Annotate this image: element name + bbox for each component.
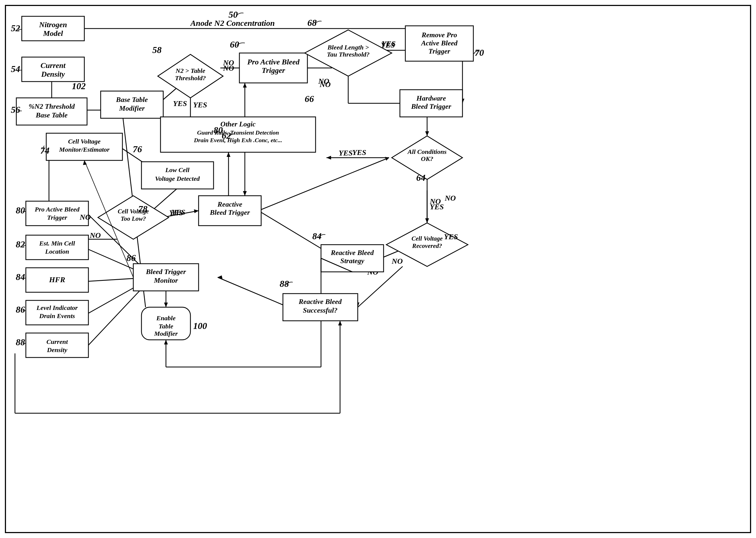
svg-text:Bleed Length >: Bleed Length > [327, 44, 369, 51]
svg-text:Monitor/Estimator: Monitor/Estimator [59, 146, 110, 153]
svg-text:Base Table: Base Table [116, 96, 148, 104]
svg-text:Reactive: Reactive [217, 200, 242, 208]
svg-text:Drain Event, High Exh .Conc, e: Drain Event, High Exh .Conc, etc... [194, 137, 282, 143]
svg-text:YES: YES [352, 148, 366, 157]
svg-text:68: 68 [308, 18, 317, 28]
svg-text:YES: YES [169, 208, 183, 217]
svg-text:80: 80 [213, 125, 223, 135]
svg-text:56: 56 [11, 105, 20, 115]
svg-text:NO: NO [444, 194, 456, 202]
svg-text:54: 54 [11, 64, 20, 74]
svg-text:%N2 Threshold: %N2 Threshold [29, 102, 75, 110]
svg-text:80: 80 [16, 205, 25, 215]
svg-text:Monitor: Monitor [154, 277, 178, 284]
svg-text:Reactive Bleed: Reactive Bleed [330, 249, 374, 257]
svg-text:Recovered?: Recovered? [412, 242, 442, 249]
svg-text:Hardware: Hardware [416, 94, 446, 102]
svg-rect-153 [26, 333, 88, 357]
svg-text:NO: NO [89, 231, 101, 240]
svg-text:Active Bleed: Active Bleed [421, 39, 458, 47]
svg-text:Other Logic: Other Logic [220, 120, 256, 128]
svg-text:Current: Current [40, 61, 66, 70]
svg-text:Tau Threshold?: Tau Threshold? [327, 51, 370, 58]
svg-text:Table: Table [159, 323, 173, 330]
svg-text:76: 76 [133, 144, 142, 154]
svg-text:Modifier: Modifier [119, 104, 145, 112]
svg-text:Voltage Detected: Voltage Detected [155, 175, 200, 182]
svg-text:100: 100 [193, 321, 207, 331]
svg-text:Bleed Trigger: Bleed Trigger [209, 208, 250, 216]
svg-text:64: 64 [416, 173, 426, 183]
svg-text:YES: YES [444, 233, 458, 241]
svg-text:86: 86 [16, 304, 25, 314]
svg-text:Bleed Trigger: Bleed Trigger [411, 102, 451, 110]
svg-text:Trigger: Trigger [262, 66, 285, 75]
svg-text:Pro Active Bleed: Pro Active Bleed [247, 58, 300, 66]
svg-text:All Conditions: All Conditions [407, 148, 446, 155]
svg-text:58: 58 [152, 45, 162, 55]
svg-text:82: 82 [16, 239, 25, 249]
svg-text:Trigger: Trigger [47, 214, 67, 221]
svg-text:Guard Rails, Transient Detecti: Guard Rails, Transient Detection [197, 129, 279, 136]
svg-text:Remove Pro: Remove Pro [421, 31, 457, 39]
svg-text:N2 > Table: N2 > Table [175, 67, 205, 74]
svg-text:Successful?: Successful? [303, 306, 337, 314]
svg-text:Cell Voltage: Cell Voltage [412, 235, 442, 242]
svg-text:70: 70 [475, 48, 484, 58]
svg-text:Modifier: Modifier [154, 330, 178, 337]
svg-text:Nitrogen: Nitrogen [39, 21, 67, 29]
svg-text:NO: NO [391, 257, 403, 265]
svg-text:YES: YES [193, 101, 207, 109]
svg-text:102: 102 [72, 81, 86, 91]
svg-text:Low Cell: Low Cell [165, 166, 190, 174]
svg-text:Density: Density [47, 346, 68, 353]
svg-text:NO: NO [80, 213, 90, 221]
svg-text:YES: YES [382, 39, 395, 48]
svg-text:OK?: OK? [421, 155, 433, 162]
flowchart-svg: Anode N2 Concentration NO YES YES NO [0, 0, 756, 538]
svg-text:HFR: HFR [49, 275, 65, 284]
svg-text:Trigger: Trigger [429, 47, 450, 55]
svg-text:Location: Location [45, 248, 69, 255]
svg-text:52: 52 [11, 23, 20, 33]
svg-text:Base Table: Base Table [36, 111, 68, 119]
svg-text:YES: YES [173, 99, 187, 108]
svg-text:YES: YES [430, 202, 444, 211]
svg-text:Threshold?: Threshold? [175, 75, 206, 81]
svg-text:Reactive Bleed: Reactive Bleed [298, 298, 342, 305]
svg-text:84: 84 [16, 272, 25, 282]
svg-text:Model: Model [43, 29, 63, 37]
svg-text:Est. Min Cell: Est. Min Cell [39, 240, 75, 247]
svg-text:Cell Voltage: Cell Voltage [68, 138, 101, 145]
svg-text:NO: NO [318, 77, 329, 85]
svg-text:66: 66 [305, 94, 314, 104]
svg-text:62: 62 [222, 131, 231, 140]
svg-text:Level Indicator: Level Indicator [36, 304, 78, 311]
svg-text:Strategy: Strategy [340, 257, 365, 265]
svg-text:Bleed Trigger: Bleed Trigger [145, 268, 186, 276]
svg-text:Too Low?: Too Low? [121, 215, 146, 222]
svg-text:Enable: Enable [156, 314, 176, 322]
svg-text:Anode N2 Concentration: Anode N2 Concentration [190, 19, 275, 27]
svg-rect-145 [26, 235, 88, 260]
svg-text:74: 74 [40, 145, 49, 155]
svg-rect-142 [26, 201, 88, 226]
svg-text:Current: Current [46, 338, 68, 345]
svg-text:86: 86 [127, 253, 136, 263]
svg-text:50: 50 [228, 10, 238, 20]
svg-text:Drain Events: Drain Events [39, 312, 75, 319]
svg-text:Density: Density [41, 70, 65, 78]
diagram-container: Anode N2 Concentration NO YES YES NO [0, 0, 756, 538]
svg-text:YES: YES [339, 149, 353, 157]
svg-text:NO: NO [223, 64, 234, 72]
svg-text:78: 78 [138, 204, 147, 214]
svg-text:Pro Active Bleed: Pro Active Bleed [34, 206, 80, 213]
svg-text:88: 88 [16, 337, 25, 347]
